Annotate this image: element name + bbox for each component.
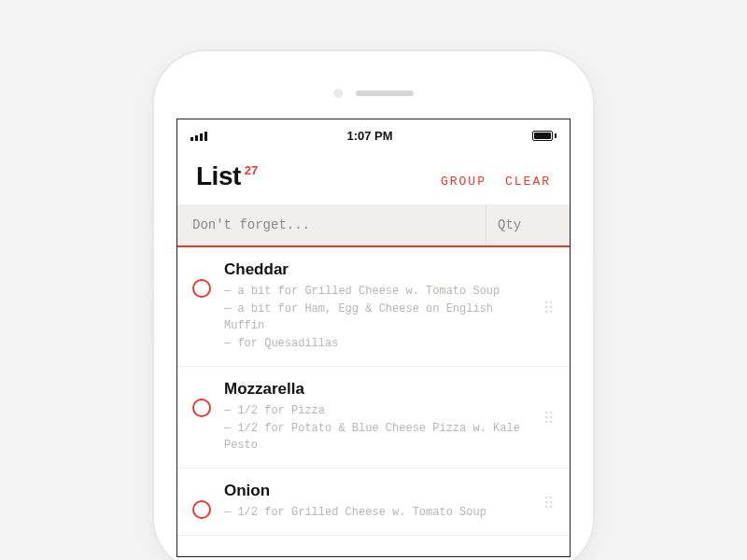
page-title-wrap: List 27 <box>196 161 258 191</box>
signal-icon <box>190 131 207 141</box>
battery-icon <box>532 131 557 141</box>
item-name: Onion <box>224 482 532 500</box>
status-time: 1:07 PM <box>346 129 392 143</box>
camera-icon <box>333 89 343 98</box>
item-note: — a bit for Grilled Cheese w. Tomato Sou… <box>224 283 532 300</box>
status-bar: 1:07 PM <box>177 119 570 148</box>
clear-button[interactable]: CLEAR <box>505 175 551 189</box>
item-body: Cheddar — a bit for Grilled Cheese w. To… <box>224 260 532 353</box>
list-item[interactable]: Mozzarella — 1/2 for Pizza — 1/2 for Pot… <box>177 367 570 469</box>
header-actions: GROUP CLEAR <box>441 175 551 189</box>
item-note: — 1/2 for Grilled Cheese w. Tomato Soup <box>224 504 532 521</box>
complete-toggle[interactable] <box>192 399 211 417</box>
list-item[interactable]: Cheddar — a bit for Grilled Cheese w. To… <box>177 247 570 367</box>
complete-toggle[interactable] <box>192 500 211 519</box>
item-name: Cheddar <box>224 260 532 279</box>
phone-bezel: 1:07 PM List 27 GROUP CLEAR Don't forget… <box>167 64 580 557</box>
items-list: Cheddar — a bit for Grilled Cheese w. To… <box>177 247 570 536</box>
phone-sensors <box>176 74 571 113</box>
item-name-input[interactable]: Don't forget... <box>177 204 486 245</box>
item-name: Mozzarella <box>224 380 532 399</box>
complete-toggle[interactable] <box>192 279 211 298</box>
add-item-row: Don't forget... Qty <box>177 204 570 247</box>
item-note: — 1/2 for Potato & Blue Cheese Pizza w. … <box>224 420 532 454</box>
item-note: — 1/2 for Pizza <box>224 402 532 419</box>
speaker-grille <box>356 91 414 96</box>
phone-mute-switch <box>150 201 154 227</box>
item-body: Mozzarella — 1/2 for Pizza — 1/2 for Pot… <box>224 380 532 455</box>
list-item[interactable]: Onion — 1/2 for Grilled Cheese w. Tomato… <box>177 469 570 536</box>
phone-frame: 1:07 PM List 27 GROUP CLEAR Don't forget… <box>154 51 593 560</box>
app-screen: 1:07 PM List 27 GROUP CLEAR Don't forget… <box>176 119 571 557</box>
page-title: List <box>196 161 241 191</box>
item-note: — a bit for Ham, Egg & Cheese on English… <box>224 301 532 334</box>
drag-handle-icon[interactable] <box>545 412 558 423</box>
item-qty-input[interactable]: Qty <box>486 204 570 245</box>
header: List 27 GROUP CLEAR <box>177 148 570 204</box>
phone-volume-up <box>150 244 154 288</box>
group-button[interactable]: GROUP <box>441 175 486 189</box>
drag-handle-icon[interactable] <box>545 301 558 313</box>
item-body: Onion — 1/2 for Grilled Cheese w. Tomato… <box>224 482 532 522</box>
item-note: — for Quesadillas <box>224 335 532 352</box>
item-count-badge: 27 <box>245 163 258 177</box>
phone-power-button <box>593 257 597 311</box>
drag-handle-icon[interactable] <box>545 497 558 508</box>
phone-volume-down <box>150 298 154 343</box>
